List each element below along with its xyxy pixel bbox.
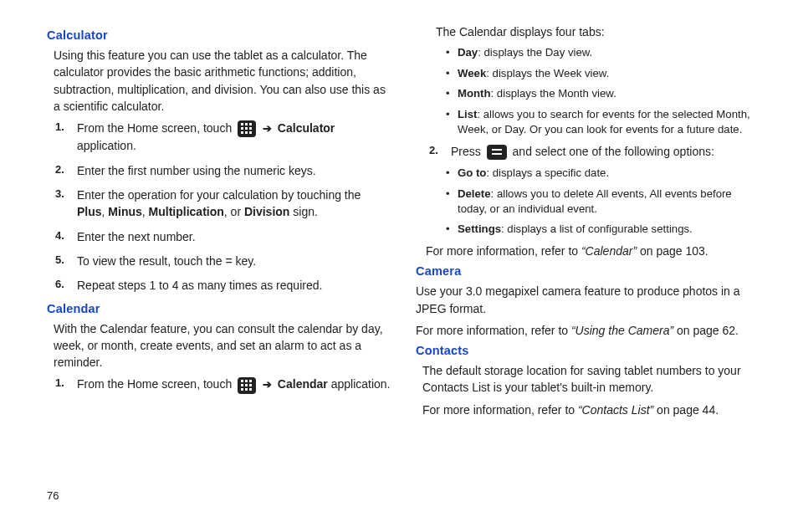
calc-step-4: 4. Enter the next number. <box>77 228 392 245</box>
calc-step-3-plus: Plus <box>77 205 102 218</box>
calc-step-3-sign: sign. <box>289 205 317 218</box>
calculator-intro: Using this feature you can use the table… <box>54 47 392 115</box>
calc-step-3-div: Division <box>244 205 289 218</box>
cam-ref-b: on page 62. <box>677 324 739 337</box>
calc-step-1c: application. <box>77 139 136 152</box>
heading-calculator: Calculator <box>47 28 392 42</box>
svg-rect-7 <box>241 131 243 134</box>
left-column: Calculator Using this feature you can us… <box>47 23 392 522</box>
cal-step-2: 2. Press and select one of the following… <box>451 143 761 160</box>
svg-rect-4 <box>241 127 243 130</box>
tab-week-text: : displays the Week view. <box>486 67 609 79</box>
calculator-steps: 1. From the Home screen, touch ➔ Calcula… <box>47 120 392 294</box>
calendar-step-2: 2. Press and select one of the following… <box>416 143 761 160</box>
tab-week: Week: displays the Week view. <box>458 66 761 81</box>
camera-ref: For more information, refer to “Using th… <box>416 322 761 339</box>
svg-rect-14 <box>241 384 243 386</box>
cal-ref-i: “Calendar” <box>581 244 640 258</box>
cal-step-1c: application. <box>331 377 391 391</box>
opt-goto: Go to: displays a specific date. <box>458 166 761 181</box>
svg-rect-8 <box>245 131 248 134</box>
svg-rect-22 <box>492 153 502 155</box>
calc-step-2-text: Enter the first number using the numeric… <box>77 164 316 177</box>
heading-calendar: Calendar <box>47 302 392 315</box>
tab-month-label: Month <box>458 87 491 100</box>
cal-step-1: 1. From the Home screen, touch ➔ Calenda… <box>77 376 392 393</box>
options-list: Go to: displays a specific date. Delete:… <box>416 166 761 238</box>
svg-rect-21 <box>492 149 502 151</box>
con-ref-a: For more information, refer to <box>422 403 578 417</box>
svg-rect-5 <box>245 127 248 130</box>
svg-rect-12 <box>245 380 248 382</box>
heading-camera: Camera <box>416 264 761 278</box>
con-ref-b: on page 44. <box>657 403 719 417</box>
cam-ref-a: For more information, refer to <box>416 324 571 337</box>
contacts-intro: The default storage location for saving … <box>422 362 761 396</box>
tab-month-text: : displays the Month view. <box>491 87 616 100</box>
svg-rect-3 <box>249 123 252 125</box>
right-column: The Calendar displays four tabs: Day: di… <box>416 23 761 522</box>
calc-step-4-text: Enter the next number. <box>77 230 196 243</box>
opt-goto-text: : displays a specific date. <box>486 166 609 179</box>
contacts-ref: For more information, refer to “Contacts… <box>422 402 761 418</box>
calc-step-6-text: Repeat steps 1 to 4 as many times as req… <box>77 279 322 292</box>
tab-list-text: : allows you to search for events for th… <box>458 108 750 136</box>
svg-rect-15 <box>245 384 248 386</box>
tab-list-label: List <box>458 108 477 120</box>
arrow-icon: ➔ <box>263 378 272 391</box>
opt-delete-text: : allows you to delete All events, All e… <box>458 187 732 215</box>
svg-rect-13 <box>249 380 252 382</box>
calc-step-3-mult: Multiplication <box>149 205 224 218</box>
svg-rect-17 <box>241 388 243 391</box>
calendar-intro: With the Calendar feature, you can consu… <box>54 320 392 371</box>
calc-step-3a: Enter the operation for your calculation… <box>77 188 361 202</box>
svg-rect-6 <box>249 127 252 130</box>
cal-step-2b: and select one of the following options: <box>513 145 714 158</box>
apps-grid-icon <box>238 120 256 137</box>
svg-rect-18 <box>245 388 248 391</box>
tab-week-label: Week <box>458 67 486 79</box>
cal-step-1a: From the Home screen, touch <box>77 377 235 391</box>
menu-icon <box>487 145 507 160</box>
svg-rect-11 <box>241 380 243 382</box>
heading-contacts: Contacts <box>416 344 761 357</box>
calc-step-1a: From the Home screen, touch <box>77 121 235 135</box>
calc-step-3: 3. Enter the operation for your calculat… <box>77 187 392 221</box>
calc-step-3-minus: Minus <box>108 205 141 218</box>
calc-step-2: 2. Enter the first number using the nume… <box>77 162 392 179</box>
calc-step-1: 1. From the Home screen, touch ➔ Calcula… <box>77 120 392 155</box>
opt-goto-label: Go to <box>458 166 486 179</box>
con-ref-i: “Contacts List” <box>578 403 657 417</box>
camera-intro: Use your 3.0 megapixel camera feature to… <box>416 283 761 317</box>
cal-step-2a: Press <box>451 145 484 158</box>
opt-settings-label: Settings <box>458 223 501 235</box>
tab-list: List: allows you to search for events fo… <box>458 107 761 138</box>
calc-step-1b: Calculator <box>278 121 335 135</box>
manual-page: Calculator Using this feature you can us… <box>0 0 798 532</box>
cal-ref-b: on page 103. <box>640 244 708 258</box>
tab-day: Day: displays the Day view. <box>458 45 761 60</box>
svg-rect-16 <box>249 384 252 386</box>
calc-step-5: 5. To view the result, touch the = key. <box>77 253 392 269</box>
tabs-list: Day: displays the Day view. Week: displa… <box>416 45 761 137</box>
cal-ref-a: For more information, refer to <box>426 244 581 258</box>
calc-step-3-or: , or <box>224 205 244 218</box>
calc-step-5-text: To view the result, touch the = key. <box>77 254 256 268</box>
opt-delete: Delete: allows you to delete All events,… <box>458 187 761 217</box>
comma2: , <box>142 205 149 218</box>
calc-step-6: 6. Repeat steps 1 to 4 as many times as … <box>77 277 392 294</box>
tab-day-label: Day <box>458 46 478 59</box>
page-number: 76 <box>47 489 59 502</box>
opt-settings: Settings: displays a list of configurabl… <box>458 222 761 237</box>
svg-rect-20 <box>487 145 507 160</box>
arrow-icon: ➔ <box>263 122 272 135</box>
calendar-steps: 1. From the Home screen, touch ➔ Calenda… <box>47 376 392 393</box>
tabs-intro: The Calendar displays four tabs: <box>436 23 761 40</box>
calendar-ref: For more information, refer to “Calendar… <box>426 243 761 259</box>
svg-rect-1 <box>241 123 243 125</box>
svg-rect-19 <box>249 388 252 391</box>
svg-rect-2 <box>245 123 248 125</box>
svg-rect-9 <box>249 131 252 134</box>
opt-delete-label: Delete <box>458 187 491 200</box>
cal-step-1b: Calendar <box>278 377 328 391</box>
